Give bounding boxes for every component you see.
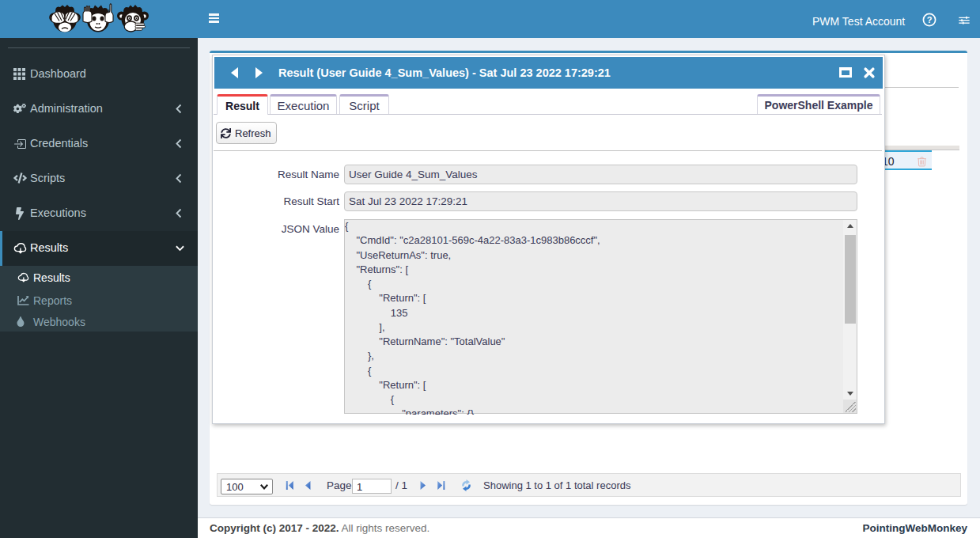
svg-text:?: ?	[927, 15, 933, 25]
